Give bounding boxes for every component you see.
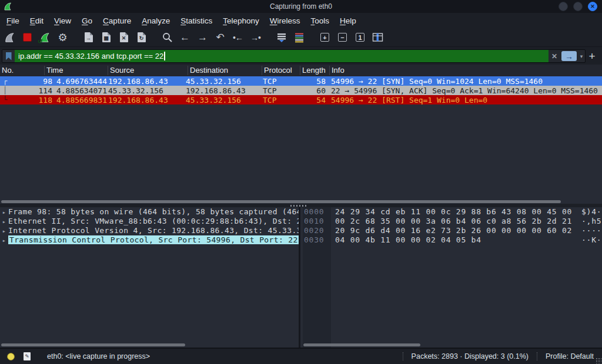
packet-row[interactable]: └ 118 4.885669831 192.168.86.43 45.33.32…: [0, 95, 602, 105]
filter-apply-icon[interactable]: →: [561, 51, 577, 61]
save-file-icon[interactable]: ▦: [99, 30, 113, 45]
packet-length: 54: [299, 96, 326, 105]
filter-history-dropdown-icon[interactable]: ▾: [578, 53, 585, 59]
detail-ethernet-line[interactable]: ▸Ethernet II, Src: VMware_88:b6:43 (00:0…: [0, 217, 299, 226]
hex-bytes: 04 00 4b 11 00 00 02 04 05 b4: [335, 235, 481, 245]
packet-protocol: TCP: [260, 86, 299, 95]
hex-offset: 0020: [304, 226, 330, 235]
menu-file[interactable]: File: [1, 15, 25, 27]
column-header-info[interactable]: Info: [330, 66, 602, 75]
go-forward-icon[interactable]: →: [195, 30, 210, 45]
packet-protocol: TCP: [260, 77, 299, 86]
menu-telephony[interactable]: Telephony: [218, 15, 265, 27]
zoom-out-icon[interactable]: −: [335, 30, 350, 45]
go-first-packet-icon[interactable]: •←: [230, 30, 245, 45]
status-bar: ✎ eth0: <live capture in progress> Packe…: [0, 348, 602, 364]
menubar: File Edit View Go Capture Analyze Statis…: [0, 13, 602, 28]
column-header-protocol[interactable]: Protocol: [262, 66, 300, 75]
column-header-time[interactable]: Time: [45, 66, 108, 75]
menu-go[interactable]: Go: [76, 15, 98, 27]
column-header-length[interactable]: Length: [300, 66, 330, 75]
detail-tcp-line-selected[interactable]: ▸Transmission Control Protocol, Src Port…: [0, 235, 299, 245]
packet-source: 45.33.32.156: [107, 86, 186, 95]
menu-edit[interactable]: Edit: [25, 15, 49, 27]
expander-icon[interactable]: ▸: [0, 236, 8, 245]
menu-tools[interactable]: Tools: [306, 15, 335, 27]
expander-icon[interactable]: ▸: [0, 208, 8, 217]
menu-help[interactable]: Help: [335, 15, 362, 27]
expander-icon[interactable]: ▸: [0, 217, 8, 227]
hex-offset: 0030: [304, 235, 330, 245]
packet-time: 4.696763444: [54, 77, 107, 86]
packet-row-selected[interactable]: ┌ 98 4.696763444 192.168.86.43 45.33.32.…: [0, 76, 602, 86]
hex-row[interactable]: 0000 24 29 34 cd eb 11 00 0c 29 88 b6 43…: [300, 207, 602, 217]
menu-statistics[interactable]: Statistics: [175, 15, 218, 27]
packet-protocol: TCP: [260, 96, 299, 105]
packet-length: 60: [299, 86, 326, 95]
start-capture-icon[interactable]: [2, 30, 17, 45]
main-toolbar: ↺ ⚙ → ▦ ✕ ↻ ← → ↶ •← →• + − 1: [0, 28, 602, 47]
menu-capture[interactable]: Capture: [98, 15, 136, 27]
packet-counts-text: Packets: 2893 · Displayed: 3 (0.1%): [412, 352, 529, 360]
packet-info: 22 → 54996 [SYN, ACK] Seq=0 Ack=1 Win=64…: [326, 86, 602, 95]
packet-no: 114: [0, 86, 54, 95]
go-last-packet-icon[interactable]: →•: [248, 30, 263, 45]
packet-source: 192.168.86.43: [107, 77, 186, 86]
capture-comment-icon[interactable]: ✎: [24, 352, 31, 360]
find-packet-icon[interactable]: [160, 30, 175, 45]
hex-offset: 0000: [304, 207, 330, 217]
display-filter-input[interactable]: ip.addr == 45.33.32.156 and tcp.port == …: [15, 50, 549, 62]
packet-list-empty-area: [0, 105, 602, 204]
hex-dump-pane: 0000 24 29 34 cd eb 11 00 0c 29 88 b6 43…: [300, 207, 602, 348]
hex-hscrollbar[interactable]: [303, 343, 420, 346]
expert-info-icon[interactable]: [7, 353, 15, 360]
resize-grip[interactable]: [596, 358, 601, 363]
go-to-packet-icon[interactable]: ↶: [213, 30, 228, 45]
packet-details-pane: ▸Frame 98: 58 bytes on wire (464 bits), …: [0, 207, 299, 348]
restart-capture-icon[interactable]: ↺: [38, 30, 52, 45]
column-header-destination[interactable]: Destination: [188, 66, 262, 75]
profile-text[interactable]: Profile: Default: [546, 352, 594, 360]
add-filter-button[interactable]: +: [586, 50, 598, 63]
packet-row[interactable]: │ 114 4.885634071 45.33.32.156 192.168.8…: [0, 86, 602, 95]
packet-time: 4.885634071: [54, 86, 107, 95]
open-file-icon[interactable]: →: [81, 30, 96, 45]
zoom-original-icon[interactable]: 1: [353, 30, 367, 45]
window-title: Capturing from eth0: [0, 2, 602, 11]
stop-capture-icon[interactable]: [20, 30, 35, 45]
filter-clear-icon[interactable]: ✕: [549, 50, 560, 62]
hex-row[interactable]: 0030 04 00 4b 11 00 00 02 04 05 b4 ··K··…: [300, 235, 602, 245]
menu-view[interactable]: View: [49, 15, 76, 27]
hex-row[interactable]: 0010 00 2c 68 35 00 00 3a 06 b4 06 c0 a8…: [300, 217, 602, 226]
minimize-button[interactable]: [558, 2, 568, 11]
packet-list-hscrollbar[interactable]: [1, 200, 561, 203]
resize-columns-icon[interactable]: [370, 30, 385, 45]
hex-bytes: 24 29 34 cd eb 11 00 0c 29 88 b6 43 08 0…: [335, 207, 572, 217]
conversation-bracket: ┌: [3, 77, 7, 85]
expander-icon[interactable]: ▸: [0, 227, 8, 236]
column-header-source[interactable]: Source: [108, 66, 188, 75]
capture-options-icon[interactable]: ⚙: [55, 30, 70, 45]
colorize-icon[interactable]: [292, 30, 306, 45]
close-file-icon[interactable]: ✕: [116, 30, 131, 45]
packet-no: 118: [0, 96, 54, 105]
capture-status-text: eth0: <live capture in progress>: [47, 352, 150, 360]
auto-scroll-icon[interactable]: [274, 30, 289, 45]
go-back-icon[interactable]: ←: [178, 30, 192, 45]
packet-list-header: No. Time Source Destination Protocol Len…: [0, 65, 602, 76]
packet-destination: 192.168.86.43: [186, 86, 260, 95]
detail-frame-line[interactable]: ▸Frame 98: 58 bytes on wire (464 bits), …: [0, 207, 299, 217]
column-header-no[interactable]: No.: [0, 66, 45, 75]
hex-row[interactable]: 0020 20 9c d6 d4 00 16 e2 73 2b 26 00 00…: [300, 226, 602, 235]
wireshark-window: Capturing from eth0 ✕ File Edit View Go …: [0, 0, 602, 364]
zoom-in-icon[interactable]: +: [317, 30, 332, 45]
menu-analyze[interactable]: Analyze: [136, 15, 175, 27]
reload-file-icon[interactable]: ↻: [134, 30, 149, 45]
filter-bookmark-icon[interactable]: [2, 50, 15, 62]
detail-ip-line[interactable]: ▸Internet Protocol Version 4, Src: 192.1…: [0, 226, 299, 235]
display-filter-field[interactable]: ip.addr == 45.33.32.156 and tcp.port == …: [2, 49, 586, 63]
maximize-button[interactable]: [573, 2, 583, 11]
details-hscrollbar[interactable]: [1, 343, 185, 346]
close-button[interactable]: ✕: [588, 2, 597, 11]
menu-wireless[interactable]: Wireless: [265, 15, 306, 27]
